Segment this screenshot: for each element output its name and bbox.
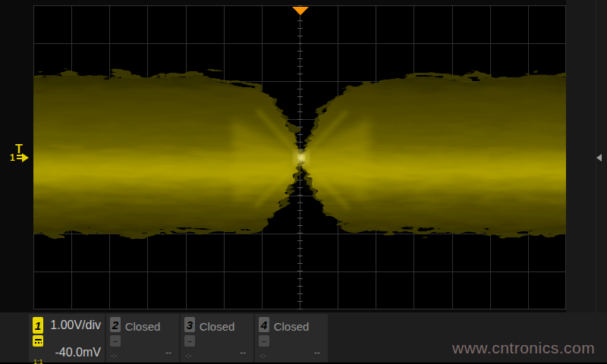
channel-1-badge: 1 [33,317,43,334]
waveform-display [33,5,566,309]
channel-3-block[interactable]: 3 – Closed -:- -- [181,314,253,362]
channel-2-offset-placeholder: -- [165,347,171,358]
oscilloscope-screen: T 1 ZLG® 1 1.00V/div -40.0mV 1:1 1MΩ 2 –… [0,0,607,364]
trigger-level-marker[interactable] [596,154,602,162]
channel-2-block[interactable]: 2 – Closed -:- -- [106,314,179,362]
channel-2-probe-placeholder: -:- [111,352,118,359]
channel1-position-marker[interactable]: 1 [10,152,29,163]
trigger-position-marker[interactable] [292,7,309,15]
channel1-marker-arrow-icon [22,153,29,162]
channel-1-block[interactable]: 1 1.00V/div -40.0mV 1:1 1MΩ [29,314,105,362]
channel-3-status: Closed [181,320,253,333]
channel-1-scale: 1.00V/div [50,318,101,332]
channel-1-probe-ratio: 1:1 [33,359,43,364]
channel-4-block[interactable]: 4 – Closed -:- -- [255,314,328,362]
channel-2-coupling-icon: – [110,335,121,347]
graticule [33,5,566,309]
channel-3-coupling-icon: – [184,335,195,347]
channel-4-status: Closed [255,320,328,333]
channel-4-coupling-icon: – [259,335,269,347]
channel-1-coupling-dc-icon [33,335,43,347]
channel1-marker-level-icon [17,155,22,161]
watermark: www.cntronics.com [452,339,595,357]
channel-4-probe-placeholder: -:- [259,352,266,359]
channel-2-status: Closed [106,320,179,333]
channel-3-offset-placeholder: -- [240,347,246,358]
channel-4-offset-placeholder: -- [314,347,320,358]
channel-1-offset: -40.0mV [55,346,101,359]
channel1-marker-number: 1 [10,152,15,163]
channel-3-probe-placeholder: -:- [185,352,192,359]
